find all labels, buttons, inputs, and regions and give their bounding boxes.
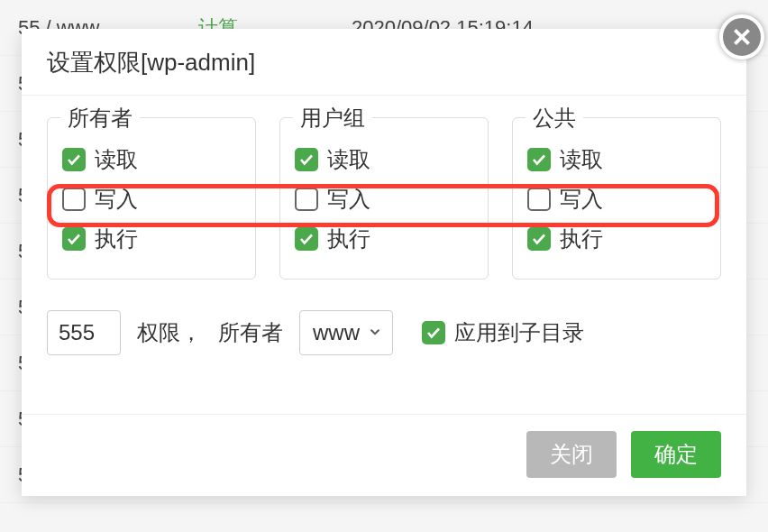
owner-write-label: 写入 [95, 185, 138, 214]
group-write-checkbox[interactable] [295, 188, 318, 211]
group-fieldset: 用户组 读取 写入 执行 [279, 117, 489, 280]
apply-subdir-checkbox[interactable] [422, 321, 445, 344]
owner-exec-checkbox[interactable] [62, 227, 86, 251]
public-write-checkbox[interactable] [527, 188, 551, 211]
group-exec-label: 执行 [327, 225, 370, 253]
confirm-button[interactable]: 确定 [631, 431, 721, 478]
public-fieldset: 公共 读取 写入 执行 [512, 117, 721, 280]
owner-selected-value: www [313, 320, 360, 345]
permissions-modal: 设置权限[wp-admin] 所有者 读取 写入 执行 用户组 [22, 29, 746, 496]
chevron-down-icon [367, 320, 383, 345]
owner-fieldset: 所有者 读取 写入 执行 [47, 117, 256, 280]
public-write-label: 写入 [560, 185, 603, 214]
group-read-label: 读取 [327, 145, 370, 174]
permission-value-input[interactable] [47, 310, 121, 355]
public-read-checkbox[interactable] [527, 148, 551, 171]
owner-select[interactable]: www [299, 310, 393, 355]
permission-label: 权限， [137, 318, 202, 347]
owner-legend: 所有者 [60, 104, 140, 133]
public-exec-checkbox[interactable] [527, 227, 551, 251]
public-exec-label: 执行 [560, 225, 603, 253]
public-legend: 公共 [526, 104, 583, 133]
owner-label: 所有者 [218, 318, 283, 347]
owner-read-label: 读取 [95, 145, 138, 174]
owner-write-checkbox[interactable] [62, 188, 86, 211]
owner-exec-label: 执行 [95, 225, 138, 253]
apply-subdir-label: 应用到子目录 [454, 318, 584, 347]
public-read-label: 读取 [560, 145, 603, 174]
close-icon[interactable] [719, 14, 764, 60]
group-write-label: 写入 [327, 185, 370, 214]
modal-title: 设置权限[wp-admin] [22, 29, 746, 96]
owner-read-checkbox[interactable] [62, 148, 86, 171]
close-button[interactable]: 关闭 [526, 431, 617, 478]
group-legend: 用户组 [293, 104, 372, 133]
group-read-checkbox[interactable] [295, 148, 318, 171]
group-exec-checkbox[interactable] [295, 227, 318, 251]
